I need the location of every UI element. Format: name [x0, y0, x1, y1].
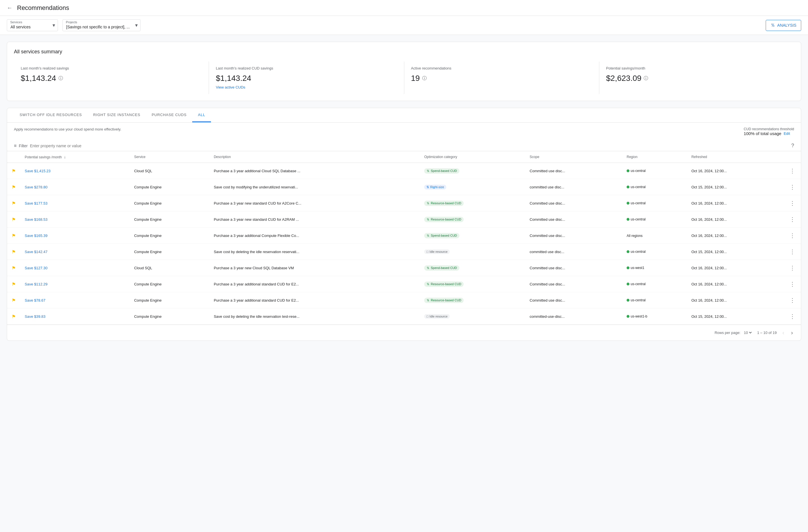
savings-link[interactable]: Save $127.30 [25, 266, 48, 270]
row-flag-cell: ⚑ [7, 308, 20, 325]
row-more-button[interactable]: ⋮ [788, 263, 796, 272]
tab-idle[interactable]: SWITCH OFF IDLE RESOURCES [14, 108, 88, 122]
back-button[interactable]: ← [7, 4, 13, 11]
savings-link[interactable]: Save $142.47 [25, 250, 48, 254]
opt-label: Spend-based CUD [431, 169, 457, 172]
row-opt-category-cell: ％ Spend-based CUD [420, 163, 525, 179]
analysis-button[interactable]: ％ ANALYSIS [766, 20, 801, 31]
flag-icon: ⚑ [12, 314, 16, 319]
row-description-cell: Purchase a 3 year additional Compute Fle… [209, 228, 420, 244]
metric-realized-savings-label: Last month's realized savings [21, 66, 202, 70]
savings-sort-icon[interactable]: ↓ [64, 155, 66, 159]
analysis-icon: ％ [771, 22, 775, 28]
row-scope-cell: Committed use disc... [525, 195, 622, 211]
tab-rightsize[interactable]: RIGHT SIZE INSTANCES [88, 108, 146, 122]
cud-threshold: CUD recommendations threshold 100% of to… [744, 127, 794, 136]
row-more-button[interactable]: ⋮ [788, 247, 796, 256]
savings-link[interactable]: Save $78.67 [25, 298, 45, 302]
opt-label: Resource-based CUD [431, 202, 461, 205]
row-region-cell: us-central [622, 163, 687, 179]
opt-badge: ％ Spend-based CUD [424, 233, 459, 238]
region-dot [627, 186, 629, 188]
table-row: ⚑ Save $39.83 Compute Engine Save cost b… [7, 308, 801, 325]
next-page-button[interactable]: › [790, 328, 794, 337]
col-refreshed: Refreshed [687, 151, 784, 163]
analysis-label: ANALYSIS [777, 23, 796, 27]
cud-threshold-label: CUD recommendations threshold [744, 127, 794, 131]
row-more-button[interactable]: ⋮ [788, 312, 796, 321]
services-filter: Services All services ▾ [7, 19, 58, 31]
row-opt-category-cell: ⇅ Right-size [420, 179, 525, 195]
region-dot [627, 266, 629, 269]
row-service-cell: Cloud SQL [129, 260, 209, 276]
tab-cuds[interactable]: PURCHASE CUDS [146, 108, 192, 122]
table-body: ⚑ Save $1,415.23 Cloud SQL Purchase a 3 … [7, 163, 801, 325]
row-more-button[interactable]: ⋮ [788, 183, 796, 191]
row-opt-category-cell: ％ Spend-based CUD [420, 228, 525, 244]
row-scope-cell: Committed use disc... [525, 292, 622, 308]
savings-link[interactable]: Save $278.80 [25, 185, 48, 189]
flag-icon: ⚑ [12, 169, 16, 173]
row-scope-cell: Committed use disc... [525, 163, 622, 179]
help-icon[interactable]: ? [791, 143, 794, 149]
rows-per-page-select[interactable]: 10 25 50 [743, 330, 753, 335]
row-savings-cell: Save $127.30 [20, 260, 129, 276]
opt-icon: ％ [426, 298, 429, 302]
row-flag-cell: ⚑ [7, 244, 20, 260]
opt-badge: ％ Resource-based CUD [424, 201, 464, 206]
region-badge: All regions [627, 234, 642, 238]
projects-filter: Projects [Savings not specific to a proj… [62, 19, 141, 31]
view-active-cuds-link[interactable]: View active CUDs [216, 85, 397, 89]
row-more-button[interactable]: ⋮ [788, 166, 796, 175]
row-more-button[interactable]: ⋮ [788, 296, 796, 305]
potential-savings-info-icon[interactable]: ⓘ [644, 75, 648, 81]
region-badge: us-central [627, 169, 646, 173]
row-opt-category-cell: ％ Spend-based CUD [420, 260, 525, 276]
row-more-cell: ⋮ [784, 276, 801, 292]
row-more-cell: ⋮ [784, 195, 801, 211]
tab-all[interactable]: ALL [192, 108, 211, 122]
row-more-button[interactable]: ⋮ [788, 280, 796, 288]
region-badge: us-central [627, 201, 646, 205]
row-more-cell: ⋮ [784, 244, 801, 260]
row-scope-cell: committed use disc... [525, 244, 622, 260]
region-dot [627, 169, 629, 172]
row-opt-category-cell: ％ Resource-based CUD [420, 195, 525, 211]
row-refreshed-cell: Oct 16, 2024, 12:00... [687, 195, 784, 211]
row-opt-category-cell: □ Idle resource [420, 308, 525, 325]
savings-link[interactable]: Save $168.53 [25, 217, 48, 222]
savings-link[interactable]: Save $177.53 [25, 201, 48, 205]
cud-edit-link[interactable]: Edit [784, 131, 790, 136]
opt-icon: ％ [426, 266, 429, 270]
savings-link[interactable]: Save $1,415.23 [25, 169, 51, 173]
row-more-button[interactable]: ⋮ [788, 198, 796, 208]
realized-savings-info-icon[interactable]: ⓘ [58, 75, 63, 81]
row-savings-cell: Save $142.47 [20, 244, 129, 260]
region-label: us-west1 [630, 266, 644, 270]
row-region-cell: us-west1 [622, 260, 687, 276]
table-header-row: Potential savings /month ↓ Service Descr… [7, 151, 801, 163]
col-scope: Scope [525, 151, 622, 163]
row-service-cell: Cloud SQL [129, 163, 209, 179]
opt-badge: □ Idle resource [424, 314, 450, 319]
row-description-cell: Save cost by modifying the underutilized… [209, 179, 420, 195]
prev-page-button[interactable]: ‹ [781, 328, 786, 337]
row-refreshed-cell: Oct 16, 2024, 12:00... [687, 276, 784, 292]
savings-link[interactable]: Save $165.39 [25, 233, 48, 238]
summary-title: All services summary [14, 49, 794, 55]
active-recs-info-icon[interactable]: ⓘ [422, 75, 427, 81]
opt-icon: □ [426, 250, 428, 253]
row-more-button[interactable]: ⋮ [788, 231, 796, 240]
row-more-button[interactable]: ⋮ [788, 215, 796, 224]
table-controls: Apply recommendations to use your cloud … [7, 122, 801, 140]
savings-link[interactable]: Save $39.83 [25, 315, 45, 319]
savings-link[interactable]: Save $112.29 [25, 282, 48, 286]
row-flag-cell: ⚑ [7, 211, 20, 228]
row-service-cell: Compute Engine [129, 244, 209, 260]
row-savings-cell: Save $278.80 [20, 179, 129, 195]
metric-potential-savings: Potential savings/month $2,623.09 ⓘ [599, 61, 794, 94]
region-badge: us-central [627, 282, 646, 286]
flag-icon: ⚑ [12, 266, 16, 270]
row-flag-cell: ⚑ [7, 260, 20, 276]
filter-input[interactable] [30, 144, 789, 148]
